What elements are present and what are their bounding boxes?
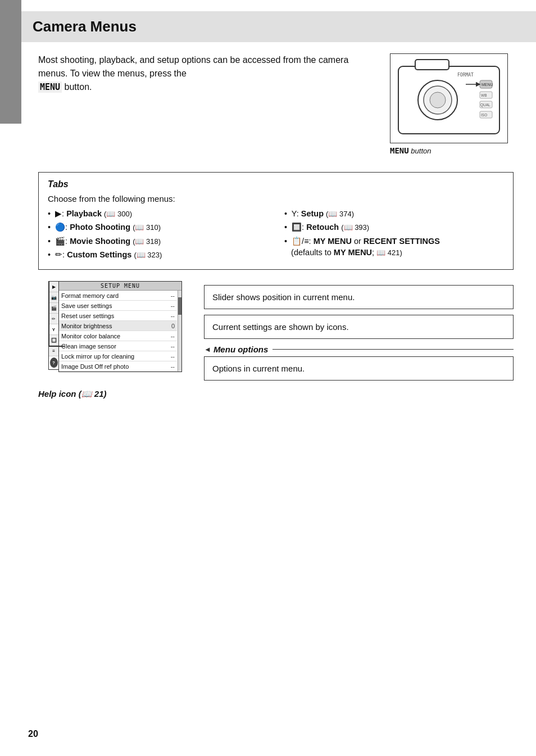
tabs-heading: Tabs — [48, 179, 504, 189]
camera-image-area: FORMAT MENU WB QUAL ISO — [390, 53, 514, 155]
help-section: Help icon (📖 21) — [38, 389, 514, 399]
row-value: -- — [165, 302, 175, 309]
tab-icon-mymenu: 📋/≡ — [292, 237, 309, 246]
intro-text: Most shooting, playback, and setup optio… — [38, 53, 379, 155]
row-label: Format memory card — [61, 292, 165, 299]
bullet: • — [284, 236, 287, 247]
list-item: • ✏: Custom Settings (📖 323) — [48, 249, 267, 260]
menu-screen-wrapper: ▶ 📷 🎬 ✏ Y 🔲 ≡ ? SETUP MENU — [58, 281, 182, 372]
tab-ref-retouch: (📖 393) — [341, 223, 369, 232]
menu-row: Format memory card -- — [59, 291, 177, 301]
row-value: -- — [165, 353, 175, 360]
tab-label-playback: Playback — [66, 209, 102, 218]
menu-screen-title: SETUP MENU — [59, 282, 181, 291]
page-number: 20 — [28, 729, 38, 739]
list-item: • Y: Setup (📖 374) — [284, 208, 504, 219]
tab-ref-setup: (📖 374) — [326, 210, 354, 218]
menu-tab-mymenu: ≡ — [49, 346, 58, 356]
slider-track — [178, 291, 181, 372]
bottom-horizontal-line — [48, 346, 65, 347]
camera-diagram: FORMAT MENU WB QUAL ISO — [390, 53, 508, 143]
intro-trailing: button. — [62, 82, 92, 92]
menu-row-selected: Monitor brightness 0 — [59, 321, 177, 331]
svg-text:QUAL: QUAL — [480, 103, 490, 107]
menu-options-header: ◄ Menu options — [204, 345, 514, 354]
help-label: Help icon ( — [38, 389, 81, 399]
menu-tab-playback: ▶ — [49, 282, 58, 292]
menu-screen-content: SETUP MENU Format memory card -- — [58, 281, 182, 372]
help-ref-icon: 📖 — [81, 389, 92, 399]
tabs-list-2: • Y: Setup (📖 374) • 🔲: Retouch (📖 393) … — [284, 208, 504, 258]
svg-text:ISO: ISO — [481, 113, 487, 117]
tabs-columns: • ▶: Playback (📖 300) • 🔵: Photo Shootin… — [48, 208, 504, 262]
diagram-section: ▶ 📷 🎬 ✏ Y 🔲 ≡ ? SETUP MENU — [38, 281, 514, 381]
tab-icon-setup: Y — [292, 209, 297, 218]
bullet: • — [48, 236, 51, 247]
tab-ref-playback: (📖 300) — [104, 210, 132, 218]
menu-row: Save user settings -- — [59, 301, 177, 311]
slider-callout: Slider shows position in current menu. — [204, 285, 514, 309]
page-title-bar: Camera Menus — [21, 11, 536, 42]
row-label: Monitor brightness — [61, 323, 165, 329]
bullet: • — [48, 208, 51, 219]
list-item: • 🔵: Photo Shooting (📖 310) — [48, 221, 267, 233]
tab-ref-mymenu: 📖 421) — [376, 248, 402, 257]
row-label: Lock mirror up for cleaning — [61, 353, 165, 360]
callouts-area: Slider shows position in current menu. C… — [196, 281, 514, 381]
camera-svg: FORMAT MENU WB QUAL ISO — [393, 55, 505, 142]
slider-thumb — [178, 297, 181, 315]
bullet: • — [48, 249, 51, 260]
menu-tab-setup-active: Y — [49, 324, 58, 335]
intro-paragraph: Most shooting, playback, and setup optio… — [38, 53, 379, 94]
menu-tab-strip: ▶ 📷 🎬 ✏ Y 🔲 ≡ ? — [48, 281, 58, 370]
intro-body: Most shooting, playback, and setup optio… — [38, 55, 348, 78]
caption-label: MENU — [390, 146, 409, 155]
row-value: 0 — [165, 323, 175, 329]
menu-row: Monitor color balance -- — [59, 331, 177, 341]
svg-text:FORMAT: FORMAT — [457, 73, 474, 78]
tab-label-photo: Photo Shooting — [70, 223, 130, 232]
tabs-col-2: • Y: Setup (📖 374) • 🔲: Retouch (📖 393) … — [284, 208, 504, 262]
list-item: • 🔲: Retouch (📖 393) — [284, 221, 504, 233]
list-item: • ▶: Playback (📖 300) — [48, 208, 267, 219]
row-label: Clean image sensor — [61, 343, 165, 350]
settings-callout-area: Current settings are shown by icons. — [204, 315, 514, 339]
tab-ref-movie: (📖 318) — [133, 237, 161, 246]
tabs-section: Tabs Choose from the following menus: • … — [38, 172, 514, 270]
menu-tab-custom: ✏ — [49, 314, 58, 324]
menu-row: Clean image sensor -- — [59, 341, 177, 351]
bullet: • — [48, 221, 51, 233]
tab-label-recentsettings: RECENT SETTINGS — [364, 237, 440, 246]
tab-label-setup: Setup — [301, 209, 324, 218]
menu-screen-area: ▶ 📷 🎬 ✏ Y 🔲 ≡ ? SETUP MENU — [38, 281, 196, 381]
bullet: • — [284, 208, 287, 219]
menu-options-callout: Options in current menu. — [204, 356, 514, 381]
list-item: • 📋/≡: MY MENU or RECENT SETTINGS (defau… — [284, 236, 504, 259]
tab-icon-retouch: 🔲 — [292, 223, 302, 232]
row-value: -- — [165, 343, 175, 350]
menu-row: Lock mirror up for cleaning -- — [59, 351, 177, 361]
menu-options-text: Options in current menu. — [212, 364, 305, 373]
menu-tab-movie: 🎬 — [49, 303, 58, 314]
tab-ref-custom: (📖 323) — [134, 251, 162, 259]
tab-label-movie: Movie Shooting — [70, 237, 130, 246]
row-label: Save user settings — [61, 302, 165, 309]
menu-options-section: ◄ Menu options Options in current menu. — [204, 345, 514, 381]
menu-row: Image Dust Off ref photo -- — [59, 361, 177, 372]
tabs-intro: Choose from the following menus: — [48, 194, 504, 203]
help-label-area: Help icon (📖 21) — [38, 389, 107, 399]
tab-label-retouch: Retouch — [306, 223, 339, 232]
slider-callout-area: Slider shows position in current menu. — [204, 281, 514, 309]
intro-section: Most shooting, playback, and setup optio… — [38, 53, 514, 155]
menu-tab-retouch: 🔲 — [49, 335, 58, 346]
side-bar — [0, 0, 21, 124]
list-item: • 🎬: Movie Shooting (📖 318) — [48, 236, 267, 247]
tabs-col-1: • ▶: Playback (📖 300) • 🔵: Photo Shootin… — [48, 208, 267, 262]
slider-callout-text: Slider shows position in current menu. — [212, 292, 355, 302]
row-value: -- — [165, 363, 175, 370]
menu-row: Reset user settings -- — [59, 311, 177, 321]
tabs-list-1: • ▶: Playback (📖 300) • 🔵: Photo Shootin… — [48, 208, 267, 260]
left-vertical-line — [48, 281, 49, 347]
tab-icon-movie: 🎬 — [55, 237, 65, 246]
menu-keyword: MENU — [38, 82, 62, 93]
